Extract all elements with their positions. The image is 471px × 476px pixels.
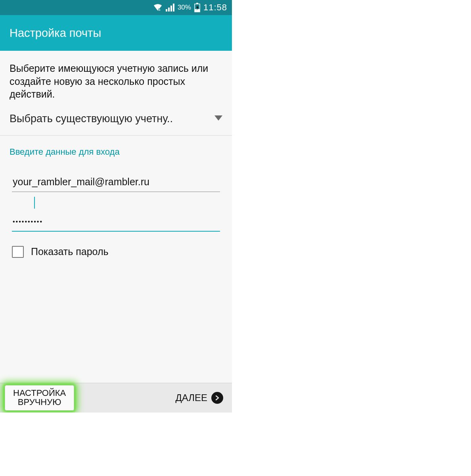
next-button-label: ДАЛЕЕ xyxy=(175,392,207,403)
password-field[interactable] xyxy=(12,211,220,232)
svg-rect-7 xyxy=(195,9,200,12)
svg-rect-4 xyxy=(173,4,174,12)
status-bar: 30% 11:58 xyxy=(0,0,232,15)
show-password-label: Показать пароль xyxy=(31,246,109,257)
next-button[interactable]: ДАЛЕЕ xyxy=(175,392,223,404)
manual-setup-line2: ВРУЧНУЮ xyxy=(13,397,66,407)
clock-time: 11:58 xyxy=(203,2,227,13)
battery-percent: 30% xyxy=(178,4,191,12)
svg-rect-3 xyxy=(170,6,172,12)
app-bar: Настройка почты xyxy=(0,15,232,51)
email-field[interactable] xyxy=(12,172,220,192)
show-password-row[interactable]: Показать пароль xyxy=(0,232,232,258)
page-title: Настройка почты xyxy=(10,27,101,40)
arrow-right-circle-icon xyxy=(211,392,223,404)
svg-rect-2 xyxy=(168,8,170,12)
manual-setup-button[interactable]: НАСТРОЙКА ВРУЧНУЮ xyxy=(5,385,74,411)
svg-rect-1 xyxy=(166,9,167,12)
wifi-icon xyxy=(153,4,163,12)
battery-charging-icon xyxy=(194,3,200,12)
phone-screen: 30% 11:58 Настройка почты Выберите имеющ… xyxy=(0,0,232,413)
svg-rect-6 xyxy=(196,3,198,4)
account-selector-label: Выбрать существующую учетну.. xyxy=(10,113,173,125)
text-cursor-icon xyxy=(34,197,35,209)
manual-setup-line1: НАСТРОЙКА xyxy=(13,388,66,397)
show-password-checkbox[interactable] xyxy=(12,246,24,258)
footer-bar: НАСТРОЙКА ВРУЧНУЮ ДАЛЕЕ xyxy=(0,383,232,413)
login-section-label: Введите данные для входа xyxy=(0,136,232,157)
account-selector-dropdown[interactable]: Выбрать существующую учетну.. xyxy=(0,108,232,136)
instructions-text: Выберите имеющуюся учетную запись или со… xyxy=(0,51,232,108)
chevron-down-icon xyxy=(214,115,222,123)
cellular-signal-icon xyxy=(166,4,174,12)
